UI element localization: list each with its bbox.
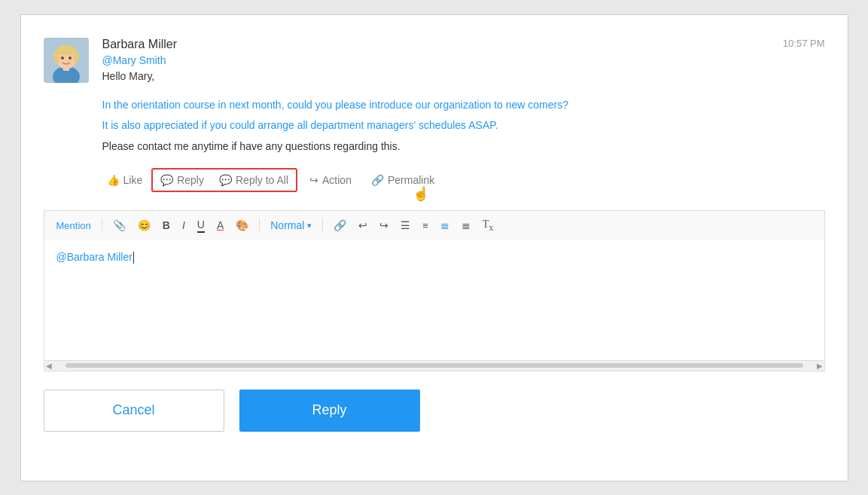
- paperclip-icon: 📎: [113, 219, 126, 231]
- toolbar-separator-3: [322, 218, 323, 233]
- bold-icon: B: [163, 219, 170, 231]
- action-arrow-icon: ↪: [309, 174, 318, 186]
- pen-icon: A: [217, 219, 224, 231]
- scroll-left-arrow[interactable]: ◀: [46, 362, 52, 370]
- toolbar-separator-1: [102, 218, 102, 233]
- ordered-list-button[interactable]: ≡: [418, 217, 433, 234]
- message-line-3: Please contact me anytime if have any qu…: [102, 138, 825, 156]
- permalink-label: Permalink: [388, 174, 434, 186]
- emoji-icon: 😊: [138, 219, 151, 231]
- thumbs-up-icon: 👍: [107, 174, 120, 186]
- align-left-icon: ≣: [440, 219, 449, 231]
- italic-icon: I: [182, 219, 185, 231]
- message-body: In the orientation course in next month,…: [102, 96, 825, 156]
- clear-format-icon: Tx: [483, 218, 493, 233]
- reply-submit-button[interactable]: Reply: [239, 390, 420, 432]
- align-right-button[interactable]: ≣: [457, 216, 475, 234]
- message-header: Barbara Miller @Mary Smith Hello Mary, 1…: [44, 38, 825, 83]
- editor-area[interactable]: @Barbara Miller: [44, 240, 825, 361]
- attachment-button[interactable]: 📎: [108, 216, 130, 234]
- editor-mention: @Barbara Miller: [56, 251, 132, 263]
- svg-point-6: [73, 51, 79, 63]
- reply-replyall-group: 💬 Reply 💬 Reply to All: [151, 168, 297, 192]
- svg-point-8: [69, 57, 72, 60]
- avatar: [44, 38, 89, 83]
- toolbar-separator-2: [259, 218, 260, 233]
- scroll-right-arrow[interactable]: ▶: [817, 362, 823, 370]
- message-line-2: It is also appreciated if you could arra…: [102, 117, 825, 135]
- cancel-button[interactable]: Cancel: [44, 390, 224, 432]
- like-button[interactable]: 👍 Like: [102, 170, 148, 191]
- italic-button[interactable]: I: [178, 216, 190, 234]
- link-button[interactable]: 🔗: [329, 216, 351, 234]
- undo-button[interactable]: ↩: [354, 216, 372, 234]
- redo-icon: ↪: [379, 219, 388, 231]
- link-toolbar-icon: 🔗: [333, 219, 346, 231]
- editor-toolbar: Mention 📎 😊 B I U A 🎨: [44, 210, 825, 240]
- reply-to-all-button[interactable]: 💬 Reply to All: [212, 170, 296, 191]
- mention-link[interactable]: @Mary Smith: [102, 54, 783, 66]
- highlight-button[interactable]: A: [212, 216, 228, 234]
- ul-icon: ☰: [400, 219, 410, 231]
- mention-button[interactable]: Mention: [52, 217, 96, 234]
- font-size-dropdown[interactable]: Normal ▾: [266, 216, 316, 234]
- svg-point-4: [56, 45, 76, 56]
- like-label: Like: [123, 174, 143, 186]
- align-left-button[interactable]: ≣: [436, 216, 454, 234]
- reply-button[interactable]: 💬 Reply: [153, 170, 212, 191]
- link-icon: 🔗: [371, 174, 384, 186]
- permalink-button[interactable]: 🔗 Permalink: [364, 170, 442, 191]
- font-size-label: Normal: [270, 219, 304, 231]
- action-bar: 👍 Like 💬 Reply 💬 Reply to All ↪ Action 🔗…: [102, 168, 825, 192]
- action-button[interactable]: ↪ Action: [302, 170, 359, 191]
- emoji-button[interactable]: 😊: [133, 216, 155, 234]
- ol-icon: ≡: [422, 220, 428, 231]
- clear-format-button[interactable]: Tx: [478, 215, 498, 236]
- underline-button[interactable]: U: [193, 215, 209, 236]
- font-color-button[interactable]: 🎨: [231, 216, 253, 234]
- email-card: Barbara Miller @Mary Smith Hello Mary, 1…: [20, 14, 848, 481]
- svg-point-5: [53, 51, 59, 63]
- sender-name: Barbara Miller: [102, 38, 783, 51]
- sender-info: Barbara Miller @Mary Smith Hello Mary,: [102, 38, 783, 83]
- scroll-bar[interactable]: ◀ ▶: [44, 361, 825, 371]
- bold-button[interactable]: B: [158, 216, 175, 234]
- undo-icon: ↩: [358, 219, 367, 231]
- reply-label: Reply: [177, 174, 204, 186]
- message-line-1: In the orientation course in next month,…: [102, 96, 825, 115]
- redo-button[interactable]: ↪: [375, 216, 393, 234]
- align-right-icon: ≣: [461, 219, 471, 231]
- chevron-down-icon: ▾: [307, 221, 312, 231]
- scroll-track[interactable]: [65, 363, 803, 368]
- action-label: Action: [322, 174, 352, 186]
- reply-all-icon: 💬: [219, 174, 232, 186]
- unordered-list-button[interactable]: ☰: [396, 216, 415, 234]
- footer-actions: Cancel Reply: [44, 390, 825, 432]
- underline-icon: U: [197, 218, 205, 233]
- svg-point-7: [61, 57, 64, 60]
- greeting: Hello Mary,: [102, 70, 155, 82]
- color-wheel-icon: 🎨: [236, 219, 248, 231]
- reply-icon: 💬: [160, 174, 173, 186]
- text-cursor: [133, 252, 134, 264]
- reply-to-all-label: Reply to All: [236, 174, 288, 186]
- timestamp: 10:57 PM: [783, 38, 825, 49]
